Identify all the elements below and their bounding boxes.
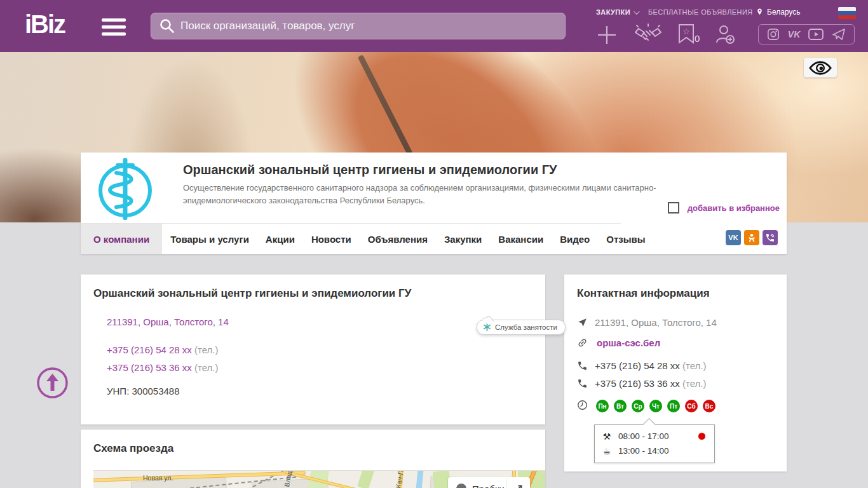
company-tabs: О компании Товары и услуги Акции Новости…	[81, 224, 787, 254]
vk-icon[interactable]: VK	[788, 29, 800, 39]
procurement-menu[interactable]: ЗАКУПКИ	[596, 8, 638, 16]
tab-products[interactable]: Товары и услуги	[162, 224, 257, 254]
navigation-arrow-icon	[577, 317, 588, 328]
company-description: Осуществление государственного санитарно…	[183, 182, 729, 207]
contact-phone-1: +375 (216) 54 28 xx	[595, 360, 680, 371]
language-flag-russia[interactable]	[838, 7, 856, 19]
website-link[interactable]: орша-сэс.бел	[597, 337, 660, 348]
company-address-link[interactable]: 211391, Орша, Толстого, 14	[107, 316, 532, 327]
svg-text:☆: ☆	[682, 27, 690, 36]
employment-service-tooltip: Служба занятости	[477, 320, 566, 335]
route-map-card: Схема проезда	[81, 430, 545, 488]
work-hours-icon: ⚒	[601, 431, 613, 442]
tab-news[interactable]: Новости	[303, 224, 360, 254]
day-badge-sun[interactable]: Вс	[703, 400, 715, 412]
search-input[interactable]	[180, 20, 557, 32]
route-map[interactable]: Новая ул. Влади, Кан-По, Пробки	[93, 470, 545, 488]
contact-phone-2: +375 (216) 53 36 xx	[595, 378, 680, 389]
company-ok-icon[interactable]	[744, 230, 759, 245]
contact-info-card: Контактная информация 211391, Орша, Толс…	[564, 274, 787, 471]
phone-icon	[577, 378, 588, 389]
street-label-novaya: Новая ул.	[143, 474, 173, 482]
link-icon	[577, 337, 588, 348]
add-plus-icon[interactable]	[596, 24, 618, 46]
country-selector[interactable]: Беларусь	[756, 7, 800, 17]
contact-heading: Контактная информация	[577, 287, 774, 300]
company-unp: УНП: 300053488	[107, 386, 532, 396]
route-heading: Схема проезда	[93, 442, 545, 455]
tab-reviews[interactable]: Отзывы	[598, 224, 653, 254]
phone-link-1[interactable]: +375 (216) 54 28 xx	[107, 344, 192, 355]
expand-arrows-icon	[513, 483, 524, 488]
youtube-icon[interactable]	[808, 29, 824, 40]
map-fullscreen-button[interactable]	[507, 477, 530, 488]
about-heading: Оршанский зональный центр гигиены и эпид…	[93, 287, 532, 300]
contact-phone-row-1: +375 (216) 54 28 xx (тел.)	[577, 360, 774, 371]
day-badge-mon[interactable]: Пн	[596, 400, 609, 412]
user-register-icon[interactable]	[714, 24, 736, 45]
company-name: Оршанский зональный центр гигиены и эпид…	[183, 163, 557, 177]
favorites-count: 0	[695, 33, 700, 44]
traffic-icon	[456, 484, 466, 488]
break-hours-icon: ☕	[601, 446, 613, 456]
phone-link-2[interactable]: +375 (216) 53 36 xx	[107, 362, 192, 373]
company-logo-caduceus	[93, 156, 157, 220]
page: iBiz ЗАКУПКИ БЕСПЛАТНЫЕ ОБЪЯВЛЕНИЯ Белар…	[0, 0, 868, 488]
accessibility-eye-button[interactable]	[804, 58, 837, 78]
add-to-favorites[interactable]: добавить в избранное	[668, 202, 780, 214]
working-days-row: Пн Вт Ср Чт Пт Сб Вс	[577, 400, 774, 412]
tab-ads[interactable]: Объявления	[360, 224, 436, 254]
day-badge-sat[interactable]: Сб	[685, 400, 698, 412]
work-hours: 08:00 - 17:00	[618, 431, 669, 441]
favorites-bookmark-icon[interactable]: ☆	[677, 24, 695, 44]
contact-address-row: 211391, Орша, Толстого, 14	[577, 317, 774, 328]
tab-procurement[interactable]: Закупки	[436, 224, 490, 254]
contact-address: 211391, Орша, Толстого, 14	[595, 317, 717, 328]
phone-icon	[577, 360, 588, 371]
chevron-down-icon	[634, 8, 640, 15]
search-icon	[159, 18, 175, 34]
day-badge-fri[interactable]: Пт	[667, 400, 680, 412]
tab-vacancies[interactable]: Вакансии	[490, 224, 552, 254]
eye-icon	[809, 61, 832, 75]
handshake-icon[interactable]	[633, 23, 663, 47]
location-pin-icon	[756, 7, 764, 17]
day-badge-tue[interactable]: Вт	[614, 400, 627, 412]
tab-video[interactable]: Видео	[552, 224, 598, 254]
search-bar	[151, 13, 566, 39]
free-ads-link[interactable]: БЕСПЛАТНЫЕ ОБЪЯВЛЕНИЯ	[648, 8, 753, 16]
contact-phone-row-2: +375 (216) 53 36 xx (тел.)	[577, 378, 774, 389]
site-logo[interactable]: iBiz	[25, 10, 65, 39]
top-header: iBiz ЗАКУПКИ БЕСПЛАТНЫЕ ОБЪЯВЛЕНИЯ Белар…	[0, 0, 868, 52]
clock-icon	[577, 400, 588, 410]
instagram-icon[interactable]	[767, 28, 780, 41]
hamburger-menu-icon[interactable]	[102, 18, 126, 36]
company-header-card: Оршанский зональный центр гигиены и эпид…	[81, 152, 787, 254]
traffic-toggle-button[interactable]: Пробки	[448, 477, 513, 488]
header-social-links: VK	[758, 24, 855, 44]
tab-promos[interactable]: Акции	[257, 224, 303, 254]
back-to-top-button[interactable]	[36, 367, 69, 399]
open-status-dot	[698, 433, 705, 440]
day-badge-wed[interactable]: Ср	[632, 400, 644, 412]
tab-about[interactable]: О компании	[81, 224, 162, 254]
favorite-label: добавить в избранное	[688, 203, 780, 213]
company-vk-icon[interactable]: VK	[726, 230, 741, 245]
day-badge-thu[interactable]: Чт	[649, 400, 662, 412]
working-hours-popup: ⚒ 08:00 - 17:00 ☕ 13:00 - 14:00	[594, 424, 715, 463]
telegram-icon[interactable]	[832, 28, 846, 41]
company-viber-icon[interactable]	[763, 230, 778, 245]
break-hours: 13:00 - 14:00	[618, 446, 669, 456]
employment-service-icon	[483, 323, 491, 331]
favorite-checkbox[interactable]	[668, 202, 679, 214]
about-company-card: Оршанский зональный центр гигиены и эпид…	[81, 274, 545, 424]
contact-website-row: орша-сэс.бел	[577, 337, 774, 348]
street-label-kanpo: Кан-По,	[394, 470, 405, 488]
